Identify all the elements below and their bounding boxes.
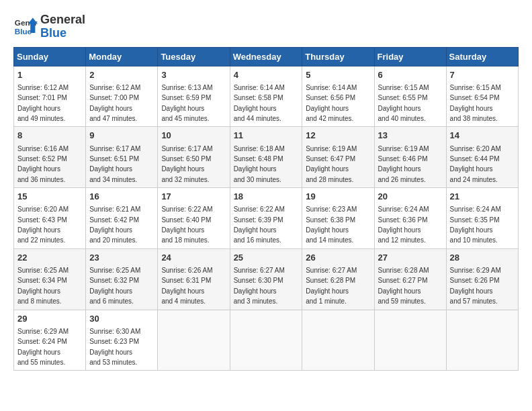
day-info: Sunrise: 6:27 AMSunset: 6:30 PMDaylight … [234,267,285,305]
day-number: 13 [378,130,443,142]
table-row: 4Sunrise: 6:14 AMSunset: 6:58 PMDaylight… [230,66,302,127]
day-info: Sunrise: 6:30 AMSunset: 6:23 PMDaylight … [89,328,140,366]
header-saturday: Saturday [446,47,518,66]
table-row: 5Sunrise: 6:14 AMSunset: 6:56 PMDaylight… [302,66,374,127]
day-info: Sunrise: 6:29 AMSunset: 6:26 PMDaylight … [450,267,501,305]
table-row: 23Sunrise: 6:25 AMSunset: 6:32 PMDayligh… [86,248,158,310]
day-info: Sunrise: 6:28 AMSunset: 6:27 PMDaylight … [378,267,429,305]
day-info: Sunrise: 6:22 AMSunset: 6:39 PMDaylight … [234,205,285,244]
day-number: 23 [89,252,154,264]
table-row: 8Sunrise: 6:16 AMSunset: 6:52 PMDaylight… [14,127,86,188]
table-row: 27Sunrise: 6:28 AMSunset: 6:27 PMDayligh… [374,248,446,310]
day-info: Sunrise: 6:21 AMSunset: 6:42 PMDaylight … [89,205,140,244]
day-number: 20 [378,191,443,203]
calendar-week-row: 29Sunrise: 6:29 AMSunset: 6:24 PMDayligh… [14,310,519,371]
logo: General Blue General Blue [13,13,85,40]
table-row: 24Sunrise: 6:26 AMSunset: 6:31 PMDayligh… [158,248,230,310]
table-row: 28Sunrise: 6:29 AMSunset: 6:26 PMDayligh… [446,248,518,310]
day-number: 5 [306,69,370,81]
table-row: 26Sunrise: 6:27 AMSunset: 6:28 PMDayligh… [302,248,374,310]
day-info: Sunrise: 6:24 AMSunset: 6:36 PMDaylight … [378,205,429,244]
table-row: 11Sunrise: 6:18 AMSunset: 6:48 PMDayligh… [230,127,302,188]
day-info: Sunrise: 6:24 AMSunset: 6:35 PMDaylight … [450,205,501,244]
table-row: 29Sunrise: 6:29 AMSunset: 6:24 PMDayligh… [14,310,86,371]
table-row: 7Sunrise: 6:15 AMSunset: 6:54 PMDaylight… [446,66,518,127]
calendar-week-row: 1Sunrise: 6:12 AMSunset: 7:01 PMDaylight… [14,66,519,127]
day-info: Sunrise: 6:12 AMSunset: 7:00 PMDaylight … [89,84,140,122]
day-info: Sunrise: 6:16 AMSunset: 6:52 PMDaylight … [17,145,69,183]
day-info: Sunrise: 6:17 AMSunset: 6:50 PMDaylight … [161,145,212,183]
table-row: 22Sunrise: 6:25 AMSunset: 6:34 PMDayligh… [14,248,86,310]
header-thursday: Thursday [302,47,374,66]
day-number: 4 [234,69,299,81]
calendar-week-row: 22Sunrise: 6:25 AMSunset: 6:34 PMDayligh… [14,248,519,310]
table-row [230,310,302,371]
day-info: Sunrise: 6:20 AMSunset: 6:44 PMDaylight … [450,145,501,183]
day-number: 27 [378,252,443,264]
table-row: 16Sunrise: 6:21 AMSunset: 6:42 PMDayligh… [86,188,158,249]
day-number: 14 [450,130,515,142]
table-row: 17Sunrise: 6:22 AMSunset: 6:40 PMDayligh… [158,188,230,249]
day-info: Sunrise: 6:23 AMSunset: 6:38 PMDaylight … [306,205,357,244]
table-row [158,310,230,371]
header: General Blue General Blue [13,13,519,40]
table-row: 21Sunrise: 6:24 AMSunset: 6:35 PMDayligh… [446,188,518,249]
header-sunday: Sunday [14,47,86,66]
day-number: 1 [17,69,82,81]
day-info: Sunrise: 6:14 AMSunset: 6:58 PMDaylight … [234,84,285,122]
day-info: Sunrise: 6:13 AMSunset: 6:59 PMDaylight … [161,84,212,122]
table-row [446,310,518,371]
day-info: Sunrise: 6:25 AMSunset: 6:34 PMDaylight … [17,267,69,305]
day-number: 17 [161,191,226,203]
day-number: 18 [234,191,299,203]
weekday-header-row: Sunday Monday Tuesday Wednesday Thursday… [14,47,519,66]
day-info: Sunrise: 6:17 AMSunset: 6:51 PMDaylight … [89,145,140,183]
day-info: Sunrise: 6:18 AMSunset: 6:48 PMDaylight … [234,145,285,183]
table-row [302,310,374,371]
header-wednesday: Wednesday [230,47,302,66]
table-row: 2Sunrise: 6:12 AMSunset: 7:00 PMDaylight… [86,66,158,127]
day-info: Sunrise: 6:25 AMSunset: 6:32 PMDaylight … [89,267,140,305]
header-monday: Monday [86,47,158,66]
calendar-week-row: 8Sunrise: 6:16 AMSunset: 6:52 PMDaylight… [14,127,519,188]
day-number: 29 [17,313,82,325]
day-info: Sunrise: 6:19 AMSunset: 6:47 PMDaylight … [306,145,357,183]
day-info: Sunrise: 6:29 AMSunset: 6:24 PMDaylight … [17,328,69,366]
day-number: 3 [161,69,226,81]
day-info: Sunrise: 6:27 AMSunset: 6:28 PMDaylight … [306,267,357,305]
day-number: 25 [234,252,299,264]
table-row: 10Sunrise: 6:17 AMSunset: 6:50 PMDayligh… [158,127,230,188]
table-row: 1Sunrise: 6:12 AMSunset: 7:01 PMDaylight… [14,66,86,127]
table-row [374,310,446,371]
day-info: Sunrise: 6:20 AMSunset: 6:43 PMDaylight … [17,205,69,244]
day-number: 16 [89,191,154,203]
day-number: 2 [89,69,154,81]
day-number: 30 [89,313,154,325]
calendar-week-row: 15Sunrise: 6:20 AMSunset: 6:43 PMDayligh… [14,188,519,249]
table-row: 13Sunrise: 6:19 AMSunset: 6:46 PMDayligh… [374,127,446,188]
table-row: 3Sunrise: 6:13 AMSunset: 6:59 PMDaylight… [158,66,230,127]
logo-svg: General Blue [13,15,38,39]
table-row: 12Sunrise: 6:19 AMSunset: 6:47 PMDayligh… [302,127,374,188]
day-number: 11 [234,130,299,142]
table-row: 18Sunrise: 6:22 AMSunset: 6:39 PMDayligh… [230,188,302,249]
header-friday: Friday [374,47,446,66]
day-info: Sunrise: 6:19 AMSunset: 6:46 PMDaylight … [378,145,429,183]
day-number: 26 [306,252,370,264]
table-row: 25Sunrise: 6:27 AMSunset: 6:30 PMDayligh… [230,248,302,310]
day-info: Sunrise: 6:22 AMSunset: 6:40 PMDaylight … [161,205,212,244]
day-number: 7 [450,69,515,81]
svg-text:Blue: Blue [15,27,32,36]
day-number: 22 [17,252,82,264]
day-info: Sunrise: 6:12 AMSunset: 7:01 PMDaylight … [17,84,69,122]
day-number: 24 [161,252,226,264]
day-number: 10 [161,130,226,142]
day-number: 6 [378,69,443,81]
calendar-table: Sunday Monday Tuesday Wednesday Thursday… [13,47,519,371]
day-info: Sunrise: 6:15 AMSunset: 6:55 PMDaylight … [378,84,429,122]
day-info: Sunrise: 6:26 AMSunset: 6:31 PMDaylight … [161,267,212,305]
day-number: 12 [306,130,370,142]
table-row: 6Sunrise: 6:15 AMSunset: 6:55 PMDaylight… [374,66,446,127]
table-row: 9Sunrise: 6:17 AMSunset: 6:51 PMDaylight… [86,127,158,188]
day-info: Sunrise: 6:15 AMSunset: 6:54 PMDaylight … [450,84,501,122]
